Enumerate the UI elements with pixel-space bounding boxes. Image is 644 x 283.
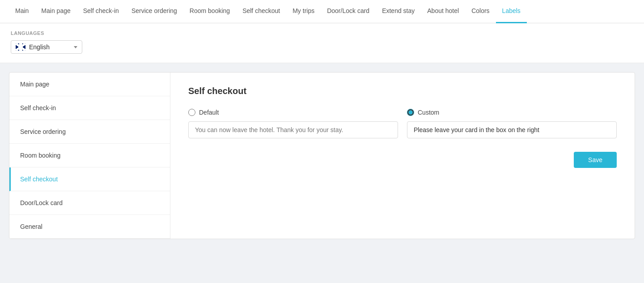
default-text-input[interactable] bbox=[188, 121, 398, 138]
default-radio-label[interactable]: Default bbox=[188, 109, 398, 116]
languages-section: LANGUAGES English bbox=[0, 23, 644, 63]
sidebar: Main pageSelf check-inService orderingRo… bbox=[9, 73, 170, 239]
default-option-col: Default bbox=[188, 109, 398, 138]
custom-option-text: Custom bbox=[418, 109, 439, 116]
chevron-down-icon bbox=[74, 46, 77, 48]
section-title: Self checkout bbox=[188, 86, 617, 96]
nav-item-main-page[interactable]: Main page bbox=[35, 0, 76, 23]
nav-item-labels[interactable]: Labels bbox=[496, 0, 527, 23]
languages-label: LANGUAGES bbox=[11, 30, 633, 36]
nav-item-self-checkout[interactable]: Self checkout bbox=[236, 0, 286, 23]
sidebar-item-service-ordering[interactable]: Service ordering bbox=[9, 120, 170, 144]
nav-item-my-trips[interactable]: My trips bbox=[286, 0, 321, 23]
top-nav: MainMain pageSelf check-inService orderi… bbox=[0, 0, 644, 23]
custom-text-input[interactable] bbox=[407, 121, 617, 138]
custom-radio[interactable] bbox=[407, 109, 414, 116]
nav-item-about-hotel[interactable]: About hotel bbox=[421, 0, 465, 23]
default-radio[interactable] bbox=[188, 109, 195, 116]
nav-item-door-lock-card[interactable]: Door/Lock card bbox=[321, 0, 376, 23]
custom-option-col: Custom bbox=[407, 109, 617, 138]
main-panel: Main pageSelf check-inService orderingRo… bbox=[9, 72, 635, 239]
nav-item-main[interactable]: Main bbox=[9, 0, 35, 23]
sidebar-item-main-page[interactable]: Main page bbox=[9, 73, 170, 96]
custom-radio-label[interactable]: Custom bbox=[407, 109, 617, 116]
nav-item-service-ordering[interactable]: Service ordering bbox=[125, 0, 183, 23]
language-selector[interactable]: English bbox=[11, 40, 82, 54]
main-content: Self checkout Default Custom bbox=[170, 73, 635, 239]
nav-item-extend-stay[interactable]: Extend stay bbox=[376, 0, 421, 23]
nav-item-colors[interactable]: Colors bbox=[465, 0, 496, 23]
nav-item-room-booking[interactable]: Room booking bbox=[183, 0, 236, 23]
sidebar-item-self-checkout[interactable]: Self checkout bbox=[9, 167, 170, 191]
selected-language: English bbox=[29, 43, 50, 51]
content-wrapper: Main pageSelf check-inService orderingRo… bbox=[0, 63, 644, 248]
save-button[interactable]: Save bbox=[574, 152, 617, 168]
flag-icon bbox=[16, 43, 25, 51]
option-row: Default Custom bbox=[188, 109, 617, 138]
sidebar-item-room-booking[interactable]: Room booking bbox=[9, 144, 170, 167]
nav-item-self-check-in[interactable]: Self check-in bbox=[77, 0, 125, 23]
default-option-text: Default bbox=[199, 109, 219, 116]
sidebar-item-general[interactable]: General bbox=[9, 215, 170, 239]
sidebar-item-door-lock-card[interactable]: Door/Lock card bbox=[9, 191, 170, 215]
sidebar-item-self-check-in[interactable]: Self check-in bbox=[9, 96, 170, 120]
